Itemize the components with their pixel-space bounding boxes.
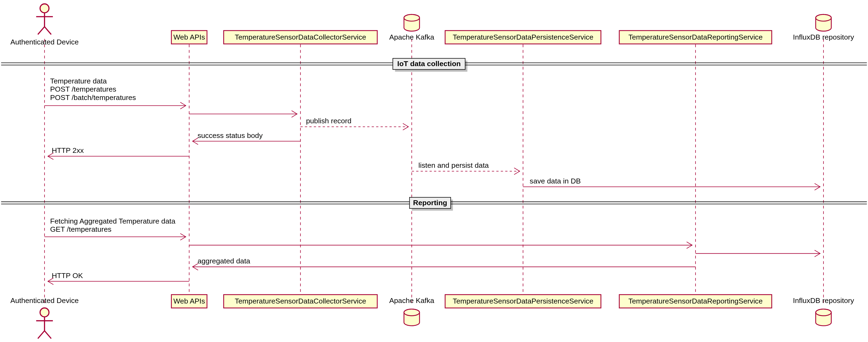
influx-label-bottom: InfluxDB repository (793, 297, 854, 305)
kafka-bottom: Apache Kafka (389, 297, 434, 326)
divider-iot-label: IoT data collection (397, 60, 461, 68)
influx-bottom: InfluxDB repository (793, 297, 854, 326)
collector-label-top: TemperatureSensorDataCollectorService (235, 33, 366, 41)
persistence-label-bottom: TemperatureSensorDataPersistenceService (453, 297, 593, 305)
msg-post-batch: POST /batch/temperatures (50, 94, 136, 102)
kafka-label-top: Apache Kafka (389, 33, 434, 41)
msg-fetch-agg: Fetching Aggregated Temperature data (50, 217, 176, 225)
svg-line-4 (44, 27, 51, 34)
reporting-bottom: TemperatureSensorDataReportingService (619, 295, 772, 308)
svg-line-3 (38, 27, 45, 34)
msg-http-ok: HTTP OK (52, 272, 83, 280)
msg-temp-data: Temperature data (50, 77, 107, 85)
actor-label-bottom: Authenticated Device (10, 297, 79, 305)
persistence-label-top: TemperatureSensorDataPersistenceService (453, 33, 593, 41)
msg-http-2xx: HTTP 2xx (52, 146, 84, 155)
actor-bottom: Authenticated Device (10, 297, 79, 339)
sequence-diagram: Authenticated Device Web APIs Temperatur… (0, 0, 868, 342)
svg-point-21 (40, 308, 49, 317)
msg-get-temps: GET /temperatures (50, 225, 112, 233)
msg-publish-record: publish record (306, 117, 351, 125)
reporting-label-top: TemperatureSensorDataReportingService (628, 33, 763, 41)
kafka-top: Apache Kafka (389, 14, 434, 41)
divider-reporting: Reporting (1, 197, 867, 211)
webapi-top: Web APIs (172, 31, 207, 44)
msg-listen-persist: listen and persist data (418, 161, 489, 169)
msg-agg-data: aggregated data (197, 257, 250, 265)
collector-bottom: TemperatureSensorDataCollectorService (224, 295, 377, 308)
persistence-bottom: TemperatureSensorDataPersistenceService (445, 295, 601, 308)
influx-label-top: InfluxDB repository (793, 33, 854, 41)
persistence-top: TemperatureSensorDataPersistenceService (445, 31, 601, 44)
msg-success-body: success status body (197, 131, 263, 140)
svg-line-24 (38, 331, 45, 339)
msg-save-db: save data in DB (530, 177, 581, 185)
webapi-bottom: Web APIs (172, 295, 207, 308)
collector-label-bottom: TemperatureSensorDataCollectorService (235, 297, 366, 305)
actor-label-top: Authenticated Device (10, 38, 79, 46)
kafka-label-bottom: Apache Kafka (389, 297, 434, 305)
reporting-top: TemperatureSensorDataReportingService (619, 31, 772, 44)
actor-top: Authenticated Device (10, 4, 79, 46)
webapi-label-top: Web APIs (173, 33, 205, 41)
divider-iot: IoT data collection (1, 58, 867, 72)
svg-line-25 (44, 331, 51, 339)
reporting-label-bottom: TemperatureSensorDataReportingService (628, 297, 763, 305)
svg-point-0 (40, 4, 49, 13)
influx-top: InfluxDB repository (793, 14, 854, 41)
divider-reporting-label: Reporting (413, 199, 447, 207)
webapi-label-bottom: Web APIs (173, 297, 205, 305)
collector-top: TemperatureSensorDataCollectorService (224, 31, 377, 44)
msg-post-temps: POST /temperatures (50, 85, 116, 93)
